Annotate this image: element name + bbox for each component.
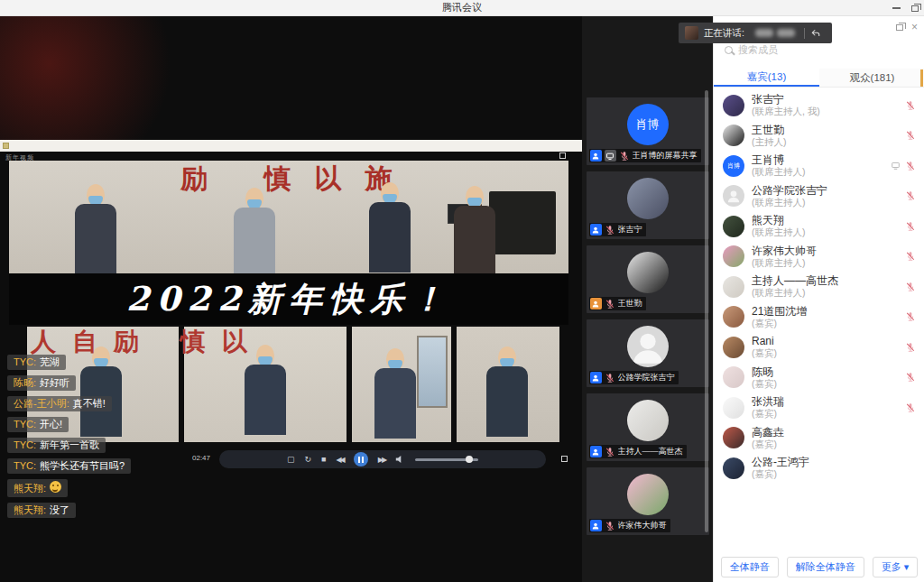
unmute-all-button[interactable]: 解除全体静音 [787, 557, 864, 577]
loop-icon[interactable]: ↻ [304, 455, 311, 464]
member-list: 张吉宁 (联席主持人, 我) 王世勤 (主持人) [714, 90, 924, 484]
tab-guests[interactable]: 嘉宾(13) [714, 69, 819, 87]
muted-mic-icon [605, 521, 615, 531]
photo-panel [352, 327, 451, 442]
minimize-icon[interactable] [892, 7, 901, 9]
video-tile[interactable]: 许家伟大帅哥 [587, 467, 709, 535]
role-badge-icon [590, 446, 602, 457]
member-name: Rani [752, 335, 777, 347]
popout-panel-icon[interactable] [896, 24, 903, 31]
person-figure [233, 188, 276, 273]
member-row[interactable]: 熊天翔 (联席主持人) [714, 211, 924, 242]
tile-info-bar: 张吉宁 [589, 223, 646, 236]
rewind-icon[interactable]: ◀◀ [336, 456, 343, 464]
member-row[interactable]: 高鑫垚 (嘉宾) [714, 423, 924, 454]
member-row[interactable]: 许家伟大帅哥 (联席主持人) [714, 242, 924, 273]
chat-message: TYC: 熊学长还有节目吗? [7, 458, 131, 474]
chat-text: 芜湖 [40, 356, 60, 368]
mute-all-button[interactable]: 全体静音 [721, 557, 779, 577]
muted-mic-icon [905, 190, 916, 201]
member-row[interactable]: 张洪瑞 (嘉宾) [714, 393, 924, 423]
speaker-icon[interactable] [395, 455, 405, 464]
tile-info-bar: 王世勤 [589, 297, 646, 310]
muted-mic-icon [605, 225, 615, 236]
player-app-icon [3, 143, 9, 149]
video-thumbnail-strip: 肖博 王肖博的屏幕共享 [582, 16, 713, 582]
more-button[interactable]: 更多 ▾ [873, 557, 919, 577]
tab-audience[interactable]: 观众(181) [819, 69, 924, 87]
window-titlebar: 腾讯会议 [0, 0, 924, 16]
member-row[interactable]: 陈旸 (嘉宾) [714, 363, 924, 393]
person-figure [374, 348, 417, 439]
search-icon [725, 46, 733, 54]
close-panel-icon[interactable]: × [911, 23, 918, 32]
member-avatar [723, 457, 744, 479]
playlist-icon[interactable]: ▢ [287, 455, 295, 464]
playback-time: 02:47 [192, 454, 210, 462]
member-role: (联席主持人) [752, 166, 806, 178]
fast-forward-icon[interactable]: ▶▶ [378, 456, 385, 464]
person-figure [453, 186, 496, 273]
video-tile[interactable]: 王世勤 [587, 245, 709, 313]
chat-text [50, 481, 61, 495]
video-tile[interactable]: 公路学院张吉宁 [587, 319, 709, 387]
chat-sender: TYC: [14, 356, 36, 368]
member-avatar [723, 366, 744, 388]
pause-button[interactable] [354, 452, 368, 467]
muted-mic-icon [905, 130, 916, 141]
shared-screen-area: 新年视频 励 慎以施 2022新年快乐！ 人自励 慎以 [0, 16, 582, 582]
member-row[interactable]: 主持人——高世杰 (联席主持人) [714, 272, 924, 302]
restore-icon[interactable] [911, 5, 919, 12]
member-row[interactable]: 王世勤 (主持人) [714, 121, 924, 152]
tile-avatar [627, 474, 669, 515]
member-row[interactable]: 公路-王鸿宇 (嘉宾) [714, 453, 924, 484]
background-glow [0, 16, 199, 152]
tile-avatar: 肖博 [627, 104, 669, 145]
video-tile[interactable]: 肖博 王肖博的屏幕共享 [587, 97, 709, 165]
speaker-avatar [685, 26, 698, 40]
member-row[interactable]: 肖博 王肖博 (联席主持人) [714, 151, 924, 181]
member-role: (联席主持人) [752, 257, 817, 269]
player-resize-icon[interactable] [559, 152, 566, 159]
member-name: 王世勤 [752, 124, 787, 136]
members-panel: × 嘉宾(13) 观众(181) 张吉宁 (联席主持人, 我) [713, 16, 924, 582]
chat-overlay: TYC: 芜湖 陈旸: 好好听 公路-王小明: 真不错! TYC: 开心! TY… [7, 355, 131, 518]
member-row[interactable]: 21道围沈增 (嘉宾) [714, 302, 924, 333]
office-window [417, 336, 448, 408]
member-row[interactable]: Rani (嘉宾) [714, 332, 924, 363]
video-tile[interactable]: 张吉宁 [587, 171, 709, 239]
member-search[interactable] [725, 44, 905, 55]
volume-slider[interactable] [415, 458, 478, 461]
chat-message: TYC: 开心! [7, 417, 69, 432]
member-row[interactable]: 公路学院张吉宁 (联席主持人) [714, 181, 924, 212]
video-tile[interactable]: 主持人——高世杰 [587, 393, 709, 461]
search-input[interactable] [738, 44, 892, 55]
member-name: 高鑫垚 [752, 426, 784, 439]
chat-message: TYC: 芜湖 [7, 355, 66, 370]
tile-name-label: 公路学院张吉宁 [618, 372, 675, 383]
member-role: (嘉宾) [752, 439, 784, 450]
role-badge-icon [590, 298, 602, 309]
fullscreen-icon[interactable] [561, 456, 568, 462]
chat-text: 没了 [50, 504, 69, 516]
muted-mic-icon [905, 100, 916, 111]
chat-sender: TYC: [14, 419, 36, 430]
stop-icon[interactable]: ■ [321, 455, 326, 464]
tile-avatar [627, 252, 669, 293]
member-avatar [723, 276, 744, 298]
member-role: (联席主持人) [752, 226, 806, 238]
member-avatar [723, 216, 744, 237]
member-name: 许家伟大帅哥 [752, 245, 817, 257]
reply-arrow-icon[interactable] [810, 28, 821, 39]
tile-info-bar: 许家伟大帅哥 [589, 519, 670, 532]
chat-message: TYC: 新年第一首歌 [7, 438, 106, 453]
screen-share-icon [891, 158, 901, 174]
member-row[interactable]: 张吉宁 (联席主持人, 我) [714, 90, 924, 121]
thumbnail-scrollbar[interactable] [705, 90, 708, 532]
tile-info-bar: 主持人——高世杰 [589, 445, 687, 458]
chat-sender: 熊天翔: [14, 504, 46, 516]
muted-mic-icon [905, 372, 916, 383]
person-figure [74, 184, 117, 273]
member-name: 陈旸 [752, 365, 777, 378]
banner-title: 2022新年快乐！ [126, 277, 451, 322]
